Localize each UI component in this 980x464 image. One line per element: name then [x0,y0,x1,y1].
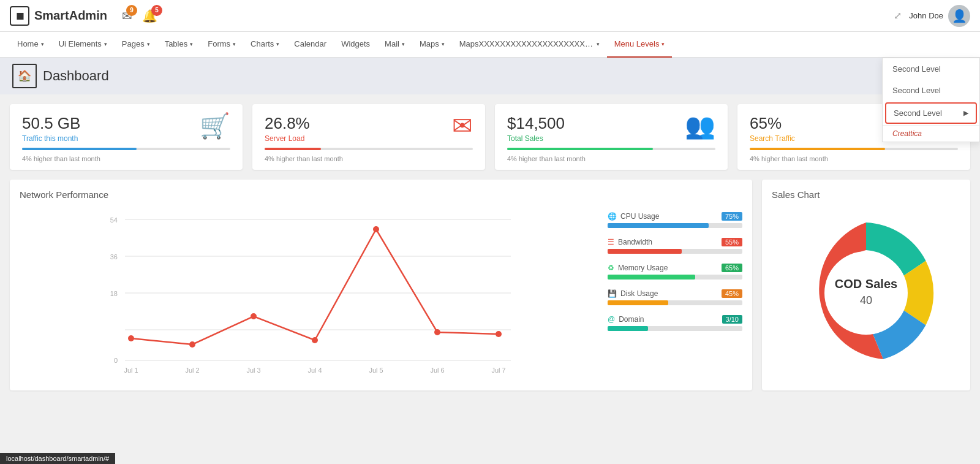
nav-badges: ✉ 9 🔔 5 [122,9,157,23]
svg-text:36: 36 [110,253,118,261]
page-title-area: 🏠 Dashboard [12,64,109,88]
svg-text:18: 18 [110,290,118,297]
chevron-down-icon: ▾ [104,41,107,47]
menu-item-mail[interactable]: Mail ▾ [377,32,412,58]
menu-item-menu-levels[interactable]: Menu Levels ▾ [607,32,673,58]
network-title: Network Performance [20,189,742,200]
stat-value-search: 65% [750,114,795,133]
stat-label-sales: Total Sales [507,134,565,143]
chart-area: 54 36 18 0 Jul 1 Jul 2 Jul 3 Jul 4 Jul 5… [20,207,742,381]
svg-text:40: 40 [860,294,872,306]
memory-badge: 65% [722,264,742,272]
bottom-row: Network Performance 54 36 18 0 [10,180,970,390]
sales-title: Sales Chart [772,189,960,200]
svg-text:Jul 4: Jul 4 [307,367,322,374]
stat-value-traffic: 50.5 GB [22,114,80,133]
chevron-down-icon: ▾ [147,41,150,47]
chevron-down-icon: ▾ [442,41,445,47]
svg-text:Jul 7: Jul 7 [491,367,505,374]
domain-label: @ Domain [608,315,644,324]
bandwidth-badge: 55% [722,238,742,246]
menu-item-home[interactable]: Home ▾ [10,32,51,58]
chevron-down-icon: ▾ [597,41,600,47]
stat-cards-row: 50.5 GB Traffic this month 🛒 4% higher t… [10,104,970,170]
menu-item-widgets[interactable]: Widgets [334,32,377,58]
top-navbar: ◼ SmartAdmin ✉ 9 🔔 5 ⤢ John Doe 👤 [0,0,980,32]
stat-card-traffic: 50.5 GB Traffic this month 🛒 4% higher t… [10,104,243,170]
stat-footer-server: 4% higher than last month [265,155,473,162]
menu-item-pages[interactable]: Pages ▾ [115,32,157,58]
stat-card-sales: $14,500 Total Sales 👥 4% higher than las… [495,104,728,170]
domain-icon: @ [608,315,615,324]
chevron-down-icon: ▾ [402,41,405,47]
domain-badge: 3/10 [722,315,742,324]
menu-item-maps-long[interactable]: MapsXXXXXXXXXXXXXXXXXXXXXXXXXXXXXXXXXXXX… [452,32,607,58]
svg-point-20 [373,226,379,232]
dropdown-item-second-level-1[interactable]: Second Level [883,58,979,80]
cpu-badge: 75% [722,212,742,221]
metric-disk: 💾 Disk Usage 45% [608,289,742,305]
breadcrumb-bar: 🏠 Dashboard YOU ARE HERE: H [0,58,980,94]
stat-footer-search: 4% higher than last month [750,155,958,162]
svg-point-22 [496,331,502,337]
svg-text:Jul 6: Jul 6 [430,367,444,374]
line-chart-wrap: 54 36 18 0 Jul 1 Jul 2 Jul 3 Jul 4 Jul 5… [20,207,598,381]
top-right-area: ⤢ John Doe 👤 [894,5,970,27]
memory-icon: ♻ [608,264,614,272]
menu-item-ui-elements[interactable]: Ui Elements ▾ [51,32,115,58]
cpu-label: 🌐 CPU Usage [608,212,659,221]
stat-value-sales: $14,500 [507,114,565,133]
menu-item-tables[interactable]: Tables ▾ [157,32,201,58]
page-title: Dashboard [43,68,109,84]
svg-text:0: 0 [114,357,118,364]
line-chart-svg: 54 36 18 0 Jul 1 Jul 2 Jul 3 Jul 4 Jul 5… [20,207,598,379]
svg-text:54: 54 [110,216,118,224]
sales-card: Sales Chart [762,180,970,390]
donut-chart-svg: COD Sales 40 [780,207,952,379]
expand-icon[interactable]: ⤢ [894,10,902,21]
svg-point-17 [189,341,195,348]
menu-item-forms[interactable]: Forms ▾ [200,32,243,58]
svg-point-23 [824,251,908,335]
metric-bandwidth: ☰ Bandwidth 55% [608,238,742,254]
mail-badge[interactable]: ✉ 9 [122,9,132,23]
stat-card-server: 26.8% Server Load ✉ 4% higher than last … [252,104,485,170]
memory-label: ♻ Memory Usage [608,264,668,272]
chevron-down-icon: ▾ [276,41,279,47]
stat-footer-traffic: 4% higher than last month [22,155,230,162]
brand-logo[interactable]: ◼ SmartAdmin [10,6,107,26]
dropdown-item-second-level-3[interactable]: Second Level ▶ [885,102,977,124]
notification-count: 5 [151,5,162,16]
svg-text:Jul 2: Jul 2 [185,367,199,374]
menu-item-calendar[interactable]: Calendar [287,32,334,58]
menu-item-charts[interactable]: Charts ▾ [243,32,287,58]
mail-count: 9 [126,5,137,16]
user-menu[interactable]: John Doe 👤 [909,5,970,27]
svg-text:Jul 3: Jul 3 [246,367,260,374]
disk-icon: 💾 [608,289,617,298]
stat-label-traffic: Traffic this month [22,134,80,143]
stat-bar-sales [507,148,715,150]
stat-footer-sales: 4% higher than last month [507,155,715,162]
notification-badge[interactable]: 🔔 5 [142,9,157,23]
stat-label-search: Search Traffic [750,134,795,143]
bandwidth-icon: ☰ [608,238,614,246]
chevron-down-icon: ▾ [41,41,44,47]
svg-point-16 [128,335,134,341]
home-icon[interactable]: 🏠 [12,64,37,88]
disk-label: 💾 Disk Usage [608,289,658,298]
bandwidth-label: ☰ Bandwidth [608,238,652,246]
dropdown-item-second-level-2[interactable]: Second Level [883,80,979,101]
menu-item-maps[interactable]: Maps ▾ [412,32,452,58]
brand-icon: ◼ [10,6,29,26]
stat-value-server: 26.8% [265,114,310,133]
dropdown-footer: Creattica [883,125,979,142]
stat-bar-server [265,148,473,150]
disk-badge: 45% [722,289,742,298]
menu-navbar: Home ▾ Ui Elements ▾ Pages ▾ Tables ▾ Fo… [0,32,980,58]
network-card: Network Performance 54 36 18 0 [10,180,752,390]
brand-name: SmartAdmin [34,9,107,23]
svg-text:COD Sales: COD Sales [835,277,897,291]
chart-metrics: 🌐 CPU Usage 75% ☰ [608,207,742,381]
users-icon: 👥 [685,112,715,140]
